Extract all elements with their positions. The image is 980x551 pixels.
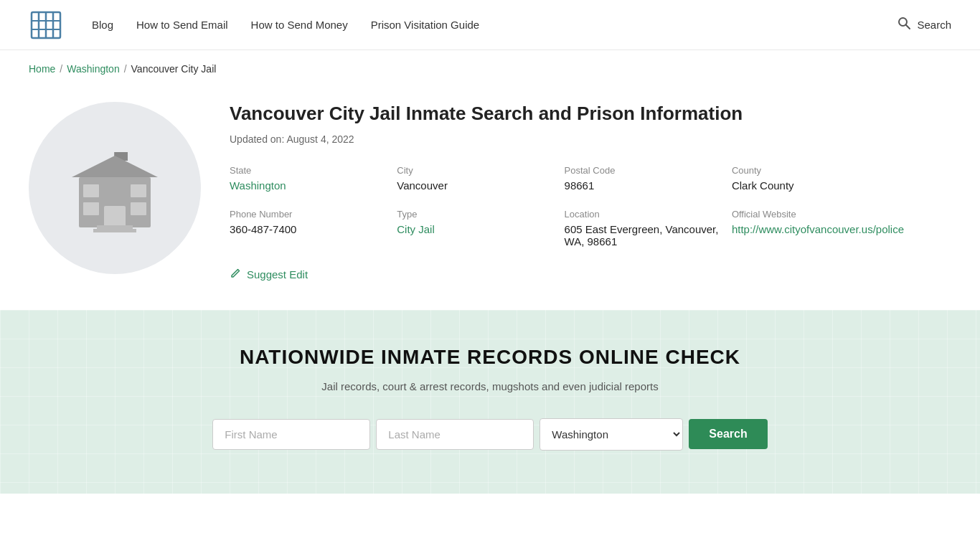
state-select[interactable]: AlabamaAlaskaArizonaArkansasCaliforniaCo… (540, 418, 683, 451)
county-value: Clark County (732, 179, 904, 192)
info-cell-county: County Clark County (732, 165, 904, 192)
postal-value: 98661 (565, 179, 720, 192)
svg-rect-17 (97, 225, 133, 229)
site-logo[interactable] (29, 8, 63, 42)
search-label: Search (917, 19, 951, 31)
records-form: AlabamaAlaskaArizonaArkansasCaliforniaCo… (29, 418, 951, 451)
website-label: Official Website (732, 209, 904, 220)
search-icon (897, 16, 911, 34)
search-area[interactable]: Search (897, 16, 951, 34)
info-cell-state: State Washington (230, 165, 385, 192)
breadcrumb-home[interactable]: Home (29, 63, 55, 75)
records-search-button[interactable]: Search (689, 419, 767, 449)
suggest-edit-link[interactable]: Suggest Edit (230, 268, 904, 281)
header: Blog How to Send Email How to Send Money… (0, 0, 980, 50)
state-value[interactable]: Washington (230, 179, 286, 192)
records-title: NATIONWIDE INMATE RECORDS ONLINE CHECK (29, 346, 951, 369)
breadcrumb-state[interactable]: Washington (67, 63, 119, 75)
city-value: Vancouver (397, 179, 552, 192)
location-value: 605 East Evergreen, Vancouver, WA, 98661 (565, 223, 720, 248)
svg-rect-15 (131, 184, 146, 197)
info-cell-phone: Phone Number 360-487-7400 (230, 209, 385, 248)
info-cell-type: Type City Jail (397, 209, 552, 248)
nav-blog[interactable]: Blog (92, 19, 113, 31)
suggest-edit-label: Suggest Edit (247, 268, 308, 281)
breadcrumb-current: Vancouver City Jail (131, 63, 217, 75)
nav-send-email[interactable]: How to Send Email (136, 19, 228, 31)
nav-visitation-guide[interactable]: Prison Visitation Guide (371, 19, 479, 31)
type-value[interactable]: City Jail (397, 223, 435, 235)
svg-line-7 (906, 25, 910, 29)
edit-icon (230, 268, 241, 281)
postal-label: Postal Code (565, 165, 720, 176)
location-label: Location (565, 209, 720, 220)
facility-image (29, 102, 201, 274)
info-cell-location: Location 605 East Evergreen, Vancouver, … (565, 209, 720, 248)
svg-rect-13 (83, 184, 99, 197)
city-label: City (397, 165, 552, 176)
main-content: Vancouver City Jail Inmate Search and Pr… (0, 88, 933, 310)
state-label: State (230, 165, 385, 176)
breadcrumb-sep-2: / (124, 63, 127, 75)
county-label: County (732, 165, 904, 176)
nav-send-money[interactable]: How to Send Money (251, 19, 348, 31)
updated-date: Updated on: August 4, 2022 (230, 133, 904, 145)
info-cell-postal: Postal Code 98661 (565, 165, 720, 192)
breadcrumb-sep-1: / (60, 63, 62, 75)
svg-rect-16 (131, 202, 146, 215)
svg-rect-14 (83, 202, 99, 215)
website-value[interactable]: http://www.cityofvancouver.us/police (732, 223, 904, 235)
type-label: Type (397, 209, 552, 220)
info-cell-city: City Vancouver (397, 165, 552, 192)
info-grid: State Washington City Vancouver Postal C… (230, 165, 904, 248)
info-section: Vancouver City Jail Inmate Search and Pr… (230, 102, 904, 281)
breadcrumb: Home / Washington / Vancouver City Jail (0, 50, 980, 88)
info-cell-website: Official Website http://www.cityofvancou… (732, 209, 904, 248)
first-name-input[interactable] (212, 419, 370, 450)
records-section: NATIONWIDE INMATE RECORDS ONLINE CHECK J… (0, 310, 980, 494)
svg-marker-11 (72, 156, 158, 177)
phone-value: 360-487-7400 (230, 223, 385, 235)
facility-title: Vancouver City Jail Inmate Search and Pr… (230, 102, 904, 126)
svg-rect-18 (93, 229, 136, 232)
last-name-input[interactable] (376, 419, 534, 450)
phone-label: Phone Number (230, 209, 385, 220)
records-subtitle: Jail records, court & arrest records, mu… (29, 380, 951, 392)
main-nav: Blog How to Send Email How to Send Money… (92, 19, 897, 31)
svg-rect-12 (104, 206, 126, 227)
